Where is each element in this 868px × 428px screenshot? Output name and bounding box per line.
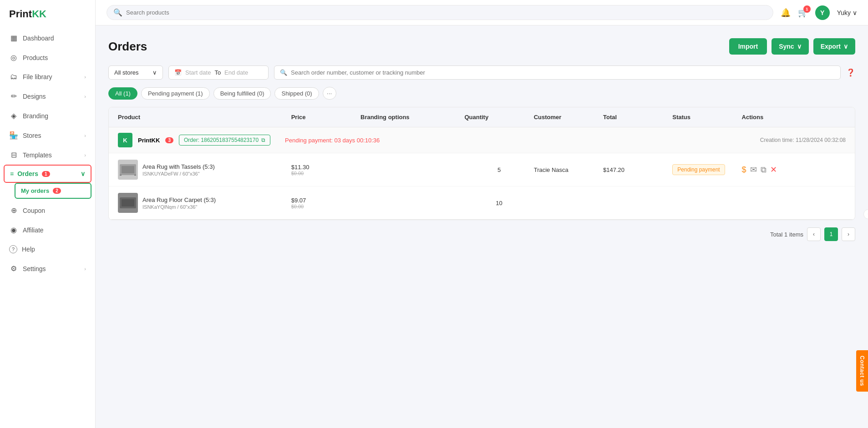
import-button[interactable]: Import bbox=[729, 38, 767, 55]
duplicate-action-icon[interactable]: ⧉ bbox=[761, 165, 766, 175]
sidebar-item-stores[interactable]: 🏪 Stores › bbox=[0, 126, 95, 145]
chevron-down-icon: ∨ bbox=[797, 43, 802, 50]
chevron-down-icon: ∨ bbox=[853, 9, 857, 16]
sidebar-item-orders[interactable]: ≡ Orders 1 ∨ bbox=[4, 165, 91, 183]
col-actions: Actions bbox=[742, 114, 846, 121]
help-tooltip-icon[interactable]: ❓ bbox=[846, 68, 855, 77]
pagination: Total 1 items ‹ 1 › bbox=[108, 220, 855, 243]
chevron-icon: › bbox=[84, 74, 86, 80]
search-bar[interactable]: 🔍 bbox=[107, 5, 773, 20]
actions-cell: $ ✉ ⧉ ✕ bbox=[742, 165, 846, 175]
orders-table: Product Price Branding options Quantity … bbox=[108, 107, 855, 220]
status-cell: Pending payment bbox=[672, 164, 741, 175]
order-search-filter[interactable]: 🔍 bbox=[274, 65, 841, 80]
header-buttons: Import Sync ∨ Export ∨ bbox=[729, 38, 855, 55]
next-page-button[interactable]: › bbox=[842, 227, 855, 241]
sidebar-item-my-orders[interactable]: My orders 2 bbox=[15, 183, 91, 199]
pay-action-icon[interactable]: $ bbox=[742, 165, 746, 175]
cancel-action-icon[interactable]: ✕ bbox=[770, 165, 777, 175]
sidebar-item-dashboard[interactable]: ▦ Dashboard bbox=[0, 28, 95, 48]
branding-icon: ◈ bbox=[9, 111, 18, 120]
col-total: Total bbox=[603, 114, 672, 121]
col-price: Price bbox=[291, 114, 360, 121]
tab-more-button[interactable]: ··· bbox=[323, 87, 336, 100]
product-details: Area Rug with Tassels (5:3) ISNKUYADeFW … bbox=[142, 163, 215, 176]
sidebar-item-affiliate[interactable]: ◉ Affiliate bbox=[0, 220, 95, 240]
chevron-icon: › bbox=[84, 94, 86, 99]
col-quantity: Quantity bbox=[464, 114, 533, 121]
email-action-icon[interactable]: ✉ bbox=[750, 165, 757, 175]
orders-icon: ≡ bbox=[10, 170, 14, 177]
pending-payment-timer: Pending payment: 03 days 00:10:36 bbox=[285, 137, 380, 144]
user-menu[interactable]: Yuky ∨ bbox=[837, 9, 857, 16]
coupon-icon: ⊕ bbox=[9, 206, 18, 215]
search-input[interactable] bbox=[126, 9, 766, 16]
svg-rect-7 bbox=[122, 199, 134, 206]
copy-icon[interactable]: ⧉ bbox=[261, 137, 265, 143]
sidebar-item-file-library[interactable]: 🗂 File library › bbox=[0, 67, 95, 86]
product-thumbnail bbox=[118, 193, 138, 213]
page-title: Orders bbox=[108, 40, 147, 54]
quantity-cell: 10 bbox=[464, 200, 533, 206]
file-library-icon: 🗂 bbox=[9, 73, 18, 81]
cart-button[interactable]: 🛒 1 bbox=[798, 8, 808, 18]
avatar: Y bbox=[815, 5, 830, 20]
affiliate-icon: ◉ bbox=[9, 226, 18, 234]
dashboard-icon: ▦ bbox=[9, 34, 18, 42]
col-product: Product bbox=[118, 114, 291, 121]
logo-text: PrintKK bbox=[9, 8, 46, 20]
tab-pending-payment[interactable]: Pending payment (1) bbox=[141, 87, 210, 100]
calendar-icon: 📅 bbox=[174, 69, 182, 76]
chevron-icon: › bbox=[84, 266, 86, 272]
date-range-filter[interactable]: 📅 Start date To End date bbox=[168, 65, 269, 80]
bell-icon: 🔔 bbox=[781, 8, 791, 17]
content-area: Orders Import Sync ∨ Export ∨ All stores… bbox=[96, 25, 868, 428]
page-header: Orders Import Sync ∨ Export ∨ bbox=[108, 38, 855, 55]
notification-button[interactable]: 🔔 bbox=[781, 8, 791, 18]
sidebar: PrintKK ▦ Dashboard ◎ Products 🗂 File li… bbox=[0, 0, 96, 428]
col-branding: Branding options bbox=[360, 114, 464, 121]
price-cell: $11.30 $0.00 bbox=[291, 164, 360, 176]
tab-all[interactable]: All (1) bbox=[108, 87, 137, 100]
filters-bar: All stores ∨ 📅 Start date To End date 🔍 … bbox=[108, 65, 855, 80]
brand-name: PrintKK bbox=[138, 137, 160, 144]
order-group: K PrintKK 3 Order: 1862051837554823170 ⧉… bbox=[109, 127, 855, 220]
tab-shipped[interactable]: Shipped (0) bbox=[274, 87, 319, 100]
chevron-down-icon: ∨ bbox=[152, 69, 157, 76]
sidebar-item-designs[interactable]: ✏ Designs › bbox=[0, 86, 95, 106]
brand-logo: K bbox=[118, 133, 132, 147]
table-header: Product Price Branding options Quantity … bbox=[109, 107, 855, 127]
main-content: 🔍 🔔 🛒 1 Y Yuky ∨ Orders Import bbox=[96, 0, 868, 428]
product-info: Area Rug Floor Carpet (5:3) ISNKaYQlNqm … bbox=[118, 193, 291, 213]
sidebar-item-branding[interactable]: ◈ Branding bbox=[0, 106, 95, 126]
sidebar-item-products[interactable]: ◎ Products bbox=[0, 48, 95, 67]
order-id-box[interactable]: Order: 1862051837554823170 ⧉ bbox=[179, 135, 270, 146]
order-row-header: K PrintKK 3 Order: 1862051837554823170 ⧉… bbox=[109, 127, 855, 153]
table-row: Area Rug with Tassels (5:3) ISNKUYADeFW … bbox=[109, 153, 855, 186]
sidebar-item-templates[interactable]: ⊟ Templates › bbox=[0, 145, 95, 165]
product-thumbnail bbox=[118, 160, 138, 180]
col-status: Status bbox=[672, 114, 741, 121]
sync-button[interactable]: Sync ∨ bbox=[772, 38, 808, 55]
product-info: Area Rug with Tassels (5:3) ISNKUYADeFW … bbox=[118, 160, 291, 180]
order-tabs: All (1) Pending payment (1) Being fulfil… bbox=[108, 87, 855, 100]
sidebar-item-coupon[interactable]: ⊕ Coupon bbox=[0, 201, 95, 220]
products-icon: ◎ bbox=[9, 53, 18, 62]
sidebar-item-settings[interactable]: ⚙ Settings › bbox=[0, 259, 95, 278]
table-row: Area Rug Floor Carpet (5:3) ISNKaYQlNqm … bbox=[109, 186, 855, 219]
chevron-down-icon: ∨ bbox=[843, 43, 848, 50]
tab-being-fulfilled[interactable]: Being fulfilled (0) bbox=[213, 87, 271, 100]
export-button[interactable]: Export ∨ bbox=[813, 38, 855, 55]
templates-icon: ⊟ bbox=[9, 151, 18, 159]
logo: PrintKK bbox=[0, 0, 95, 28]
page-1-button[interactable]: 1 bbox=[824, 227, 838, 241]
store-filter[interactable]: All stores ∨ bbox=[108, 65, 163, 80]
contact-us-button[interactable]: Contact us bbox=[856, 350, 868, 392]
total-items-label: Total 1 items bbox=[770, 231, 803, 238]
order-search-input[interactable] bbox=[291, 69, 835, 76]
order-badge: 3 bbox=[165, 137, 173, 143]
product-details: Area Rug Floor Carpet (5:3) ISNKaYQlNqm … bbox=[142, 196, 216, 210]
prev-page-button[interactable]: ‹ bbox=[807, 227, 821, 241]
sidebar-nav: ▦ Dashboard ◎ Products 🗂 File library › … bbox=[0, 28, 95, 428]
sidebar-item-help[interactable]: ? Help bbox=[0, 240, 95, 259]
